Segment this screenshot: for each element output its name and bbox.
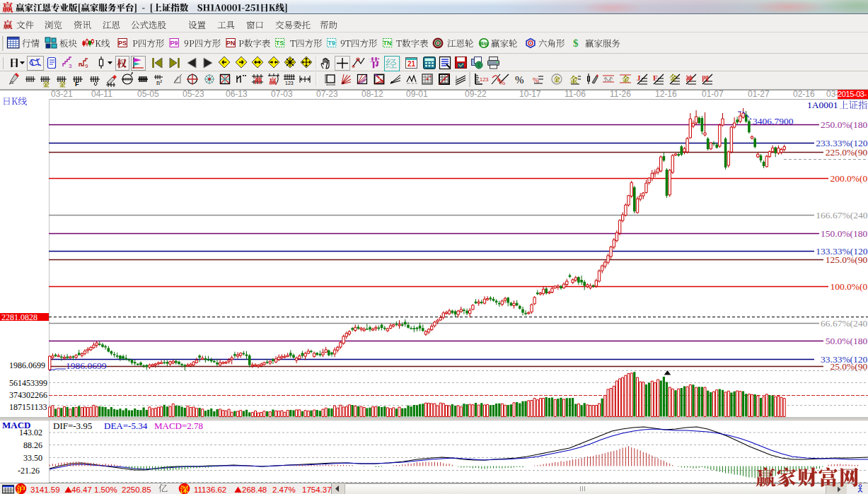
- svg-text:PS: PS: [118, 40, 127, 47]
- svg-text:PN: PN: [226, 40, 236, 47]
- svg-text:21: 21: [407, 60, 416, 68]
- svg-text:T9: T9: [328, 40, 335, 47]
- svg-text:%: %: [533, 76, 539, 84]
- svg-text:J: J: [637, 73, 641, 82]
- svg-text:9: 9: [85, 63, 88, 69]
- svg-text:%: %: [499, 78, 505, 86]
- svg-text:F: F: [75, 81, 79, 88]
- svg-text:Big: Big: [480, 41, 487, 47]
- svg-text:TN: TN: [383, 40, 392, 47]
- svg-text:P9: P9: [170, 40, 178, 47]
- svg-text:3: 3: [69, 63, 72, 69]
- svg-text:F: F: [653, 73, 658, 82]
- svg-text:TS: TS: [276, 40, 284, 47]
- svg-text:%: %: [515, 74, 524, 86]
- svg-text:n²: n²: [156, 78, 162, 86]
- svg-text:123: 123: [480, 76, 489, 83]
- svg-text:$: $: [573, 37, 579, 49]
- svg-text:123: 123: [285, 81, 294, 86]
